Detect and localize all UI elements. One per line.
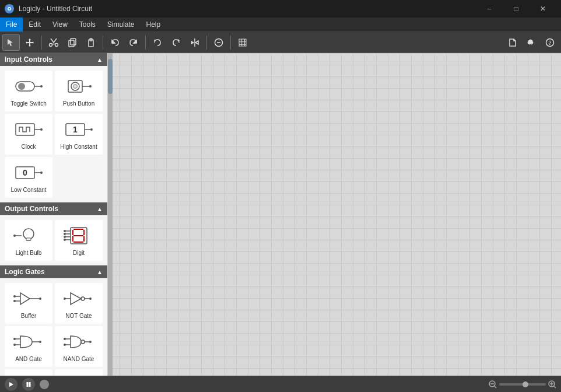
svg-text:0: 0 bbox=[23, 168, 27, 177]
push-button-icon bbox=[62, 75, 95, 98]
svg-rect-106 bbox=[27, 382, 29, 387]
rotate-ccw-button[interactable] bbox=[149, 34, 166, 51]
component-low-constant[interactable]: 0 Low Constant bbox=[5, 157, 52, 198]
zoom-slider[interactable] bbox=[499, 383, 546, 386]
cut-button[interactable] bbox=[45, 34, 62, 51]
input-controls-collapse[interactable]: ▲ bbox=[97, 57, 103, 63]
separator4 bbox=[206, 36, 207, 50]
window-title: Logicly - Untitled Circuit bbox=[19, 5, 476, 13]
sidebar: Input Controls ▲ bbox=[0, 53, 108, 376]
app-icon bbox=[5, 4, 14, 13]
menu-help[interactable]: Help bbox=[141, 18, 167, 32]
svg-rect-20 bbox=[239, 39, 246, 46]
canvas-area[interactable] bbox=[108, 53, 561, 376]
svg-point-78 bbox=[89, 298, 92, 300]
output-controls-header[interactable]: Output Controls ▲ bbox=[0, 202, 107, 215]
svg-point-75 bbox=[64, 298, 66, 300]
input-controls-grid: Toggle Switch Push Button bbox=[0, 66, 107, 202]
and-gate-icon bbox=[12, 330, 45, 354]
svg-point-57 bbox=[64, 236, 66, 238]
logic-gates-collapse[interactable]: ▲ bbox=[97, 269, 103, 275]
digit-icon bbox=[62, 224, 95, 247]
toggle-switch-label: Toggle Switch bbox=[10, 100, 47, 107]
component-and-gate[interactable]: AND Gate bbox=[5, 326, 52, 367]
not-gate-icon bbox=[62, 287, 95, 310]
svg-point-84 bbox=[39, 341, 41, 343]
component-light-bulb[interactable]: Light Bulb bbox=[5, 220, 52, 261]
output-controls-collapse[interactable]: ▲ bbox=[97, 206, 103, 212]
not-gate-label: NOT Gate bbox=[65, 313, 92, 320]
svg-text:?: ? bbox=[549, 40, 552, 46]
menu-bar: File Edit View Tools Simulate Help bbox=[0, 18, 561, 32]
component-nand-gate[interactable]: NAND Gate bbox=[55, 326, 103, 367]
push-button-label: Push Button bbox=[63, 100, 94, 107]
copy-button[interactable] bbox=[64, 34, 81, 51]
logic-gates-label: Logic Gates bbox=[5, 268, 45, 276]
svg-point-88 bbox=[64, 344, 66, 346]
menu-view[interactable]: View bbox=[47, 18, 73, 32]
play-button[interactable] bbox=[5, 378, 17, 391]
pause-button[interactable] bbox=[22, 378, 35, 391]
zoom-out-icon bbox=[489, 380, 497, 388]
digit-label: Digit bbox=[73, 250, 85, 257]
paste-button[interactable] bbox=[82, 34, 100, 51]
svg-point-55 bbox=[64, 233, 66, 235]
delete-button[interactable] bbox=[210, 34, 227, 51]
grid-button[interactable] bbox=[234, 34, 251, 51]
component-high-constant[interactable]: 1 High Constant bbox=[55, 114, 103, 155]
settings-button[interactable] bbox=[523, 34, 540, 51]
svg-point-82 bbox=[13, 344, 16, 346]
flip-button[interactable] bbox=[186, 34, 204, 51]
menu-edit[interactable]: Edit bbox=[23, 18, 47, 32]
close-button[interactable]: ✕ bbox=[530, 0, 556, 18]
svg-line-109 bbox=[495, 386, 497, 388]
component-push-button[interactable]: Push Button bbox=[55, 71, 103, 111]
separator1 bbox=[41, 36, 42, 50]
nand-gate-label: NAND Gate bbox=[64, 356, 94, 363]
document-button[interactable] bbox=[504, 34, 521, 51]
info-button[interactable]: ? bbox=[541, 34, 559, 51]
separator2 bbox=[103, 36, 103, 50]
component-digit[interactable]: Digit bbox=[55, 220, 103, 261]
svg-point-91 bbox=[89, 341, 92, 343]
svg-point-71 bbox=[13, 300, 16, 302]
logic-gates-header[interactable]: Logic Gates ▲ bbox=[0, 265, 107, 278]
minimize-button[interactable]: – bbox=[476, 0, 503, 18]
input-controls-header[interactable]: Input Controls ▲ bbox=[0, 53, 107, 66]
svg-point-35 bbox=[89, 85, 92, 88]
component-nor-gate[interactable]: NOR Gate bbox=[55, 369, 103, 376]
grid-canvas[interactable] bbox=[108, 53, 561, 376]
component-clock[interactable]: Clock bbox=[5, 114, 52, 155]
svg-point-59 bbox=[64, 239, 66, 241]
undo-button[interactable] bbox=[106, 34, 124, 51]
low-constant-label: Low Constant bbox=[10, 187, 46, 194]
rotate-cw-button[interactable] bbox=[167, 34, 185, 51]
menu-file[interactable]: File bbox=[0, 18, 23, 32]
svg-point-38 bbox=[40, 128, 43, 131]
maximize-button[interactable]: □ bbox=[503, 0, 530, 18]
status-indicator bbox=[40, 380, 49, 389]
menu-simulate[interactable]: Simulate bbox=[101, 18, 141, 32]
svg-marker-105 bbox=[9, 382, 13, 387]
svg-text:1: 1 bbox=[73, 125, 78, 134]
component-or-gate[interactable]: OR Gate bbox=[5, 369, 52, 376]
redo-button[interactable] bbox=[125, 34, 142, 51]
svg-rect-36 bbox=[16, 124, 34, 135]
output-controls-grid: Light Bulb bbox=[0, 215, 107, 265]
canvas-left-scrollbar[interactable] bbox=[108, 53, 113, 376]
menu-tools[interactable]: Tools bbox=[73, 18, 101, 32]
zoom-thumb[interactable] bbox=[523, 382, 528, 387]
svg-point-53 bbox=[64, 230, 66, 232]
component-toggle-switch[interactable]: Toggle Switch bbox=[5, 71, 52, 111]
separator5 bbox=[230, 36, 231, 50]
svg-point-89 bbox=[81, 340, 85, 344]
pan-tool-button[interactable] bbox=[21, 34, 38, 51]
clock-icon bbox=[12, 118, 45, 141]
logic-gates-grid: Buffer bbox=[0, 278, 107, 376]
component-not-gate[interactable]: NOT Gate bbox=[55, 283, 103, 324]
select-tool-button[interactable] bbox=[2, 34, 20, 51]
clock-label: Clock bbox=[21, 144, 36, 150]
component-buffer[interactable]: Buffer bbox=[5, 283, 52, 324]
svg-point-48 bbox=[13, 235, 16, 237]
toolbar: ? bbox=[0, 32, 561, 53]
